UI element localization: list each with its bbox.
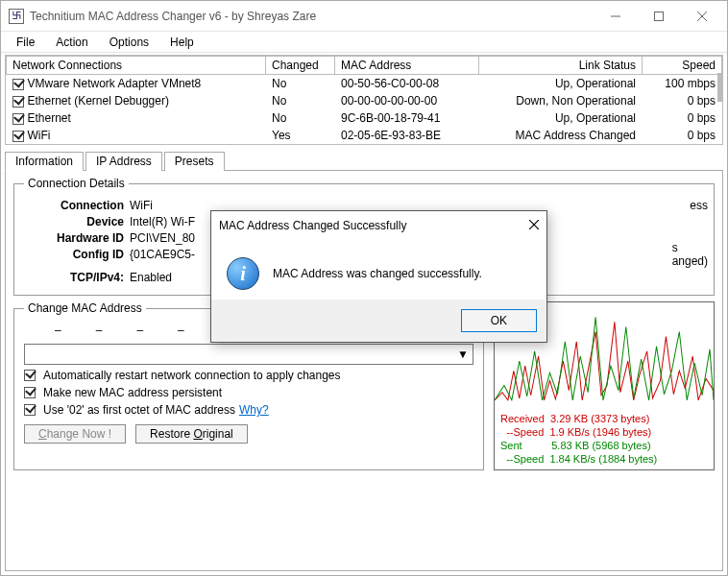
menu-action[interactable]: Action [46,34,97,51]
connections-table[interactable]: Network Connections Changed MAC Address … [6,56,722,144]
label-config-id: Config ID [24,248,130,261]
value-connection: WiFi [130,199,153,212]
dialog-ok-button[interactable]: OK [461,309,537,332]
value-tcpip: Enabled [130,271,172,284]
dialog-close-button[interactable] [529,219,539,232]
stat-received-value: 3.29 KB (3373 bytes) [550,413,649,424]
menu-file[interactable]: File [7,34,44,51]
menu-options[interactable]: Options [100,34,158,51]
dialog-title: MAC Address Changed Successfully [219,219,529,232]
stat-sent-speed-label: --Speed [506,453,544,465]
dialog-message: MAC Address was changed successfully. [273,267,482,280]
change-mac-legend: Change MAC Address [24,301,146,315]
restore-original-button[interactable]: Restore Original [135,424,248,444]
maximize-button[interactable] [637,2,680,31]
label-device: Device [24,215,130,228]
dialog-titlebar: MAC Address Changed Successfully [211,211,546,240]
info-icon: i [227,257,259,290]
checkbox-persistent[interactable] [24,387,36,398]
svg-rect-1 [654,12,663,20]
success-dialog: MAC Address Changed Successfully i MAC A… [210,210,547,343]
hex-octet-input[interactable] [24,322,51,339]
col-changed[interactable]: Changed [266,57,335,75]
table-header-row: Network Connections Changed MAC Address … [7,57,722,75]
truncated-text: sanged) [672,241,708,268]
stat-received-label: Received [500,413,545,424]
connections-table-wrap: Network Connections Changed MAC Address … [5,55,723,145]
stat-sent-speed-value: 1.84 KB/s (1884 bytes) [549,453,657,465]
hex-octet-input[interactable] [147,322,174,339]
tab-ip-address[interactable]: IP Address [85,152,162,171]
stat-sent-value: 5.83 KB (5968 bytes) [551,440,650,451]
checkbox-icon[interactable] [12,113,24,125]
change-now-button[interactable]: Change Now ! [24,424,126,444]
why-link[interactable]: Why? [239,403,269,417]
scrollbar-thumb[interactable] [717,73,722,102]
col-name[interactable]: Network Connections [7,57,266,75]
hex-octet-input[interactable] [106,322,133,339]
menubar: File Action Options Help [1,32,727,53]
tab-information[interactable]: Information [5,152,84,171]
menu-help[interactable]: Help [160,34,204,51]
connection-details-legend: Connection Details [24,177,129,190]
app-icon: 卐 [9,9,24,24]
tab-presets[interactable]: Presets [164,152,225,171]
checkbox-use-02-octet[interactable] [24,404,36,416]
close-button[interactable] [680,2,723,31]
truncated-text: ess [690,199,708,212]
table-row[interactable]: Ethernet (Kernel Debugger)No00-00-00-00-… [7,92,722,109]
col-speed[interactable]: Speed [643,57,722,75]
label-auto-restart: Automatically restart network connection… [43,369,341,382]
checkbox-icon[interactable] [12,96,24,108]
table-row[interactable]: WiFiYes02-05-6E-93-83-BEMAC Address Chan… [7,127,722,144]
stat-recv-speed-label: --Speed [506,426,544,438]
titlebar: 卐 Technitium MAC Address Changer v6 - by… [1,1,727,32]
vendor-combobox[interactable]: ▼ [24,344,473,365]
chevron-down-icon: ▼ [455,347,471,362]
table-row[interactable]: VMware Network Adapter VMnet8No00-50-56-… [7,75,722,93]
label-use-02-octet: Use '02' as first octet of MAC address [43,403,235,417]
label-hardware-id: Hardware ID [24,231,130,245]
checkbox-icon[interactable] [12,79,24,90]
window-controls [594,2,723,31]
window-title: Technitium MAC Address Changer v6 - by S… [30,10,594,23]
table-row[interactable]: EthernetNo9C-6B-00-18-79-41Up, Operation… [7,109,722,127]
tab-strip: Information IP Address Presets [5,151,723,170]
col-link[interactable]: Link Status [479,57,643,75]
col-mac[interactable]: MAC Address [335,57,479,75]
main-window: 卐 Technitium MAC Address Changer v6 - by… [0,0,728,576]
stat-sent-label: Sent [500,440,522,451]
label-tcpip: TCP/IPv4: [24,271,130,284]
checkbox-icon[interactable] [12,131,24,142]
value-device: Intel(R) Wi-F [130,215,195,228]
label-persistent: Make new MAC address persistent [43,386,222,399]
minimize-button[interactable] [594,2,637,31]
checkbox-auto-restart[interactable] [24,370,36,381]
traffic-stats: Received 3.29 KB (3373 bytes) --Speed 1.… [495,410,714,469]
stat-recv-speed-value: 1.9 KB/s (1946 bytes) [549,426,651,438]
hex-octet-input[interactable] [65,322,92,339]
value-hardware-id: PCI\VEN_80 [130,231,195,245]
value-config-id: {01CAE9C5- [130,248,195,261]
label-connection: Connection [24,199,130,212]
